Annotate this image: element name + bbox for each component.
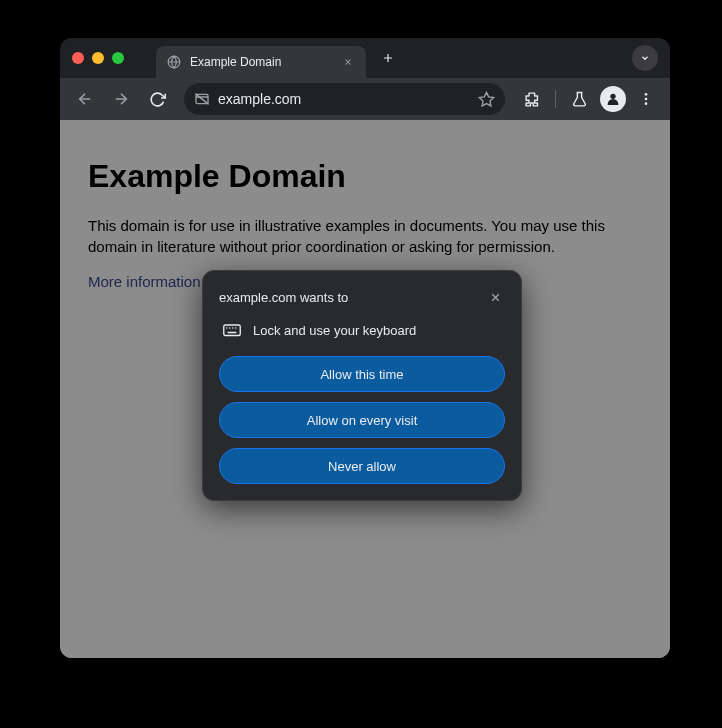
svg-line-10 <box>195 94 208 105</box>
bookmark-star-icon[interactable] <box>478 91 495 108</box>
profile-button[interactable] <box>600 86 626 112</box>
svg-point-15 <box>645 98 648 101</box>
traffic-lights <box>72 52 124 64</box>
window-minimize-button[interactable] <box>92 52 104 64</box>
svg-point-13 <box>610 94 615 99</box>
address-bar[interactable]: example.com <box>184 83 505 115</box>
permission-item: Lock and use your keyboard <box>219 323 505 338</box>
new-tab-button[interactable] <box>374 44 402 72</box>
site-info-icon[interactable] <box>194 91 210 107</box>
labs-button[interactable] <box>564 84 594 114</box>
svg-marker-11 <box>479 92 493 105</box>
allow-once-button[interactable]: Allow this time <box>219 356 505 392</box>
url-text: example.com <box>218 91 470 107</box>
allow-always-button[interactable]: Allow on every visit <box>219 402 505 438</box>
svg-point-16 <box>645 102 648 105</box>
window-maximize-button[interactable] <box>112 52 124 64</box>
toolbar-divider <box>555 90 556 108</box>
extensions-button[interactable] <box>517 84 547 114</box>
svg-rect-19 <box>224 325 241 336</box>
svg-point-14 <box>645 93 648 96</box>
tab-close-button[interactable] <box>340 54 356 70</box>
window-dropdown-button[interactable] <box>632 45 658 71</box>
keyboard-icon <box>223 324 241 338</box>
menu-button[interactable] <box>632 85 660 113</box>
titlebar: Example Domain <box>60 38 670 78</box>
permission-dialog: example.com wants to Lock and use your k… <box>202 270 522 501</box>
dialog-close-button[interactable] <box>485 287 505 307</box>
tab-title: Example Domain <box>190 55 332 69</box>
dialog-title: example.com wants to <box>219 290 348 305</box>
window-close-button[interactable] <box>72 52 84 64</box>
permission-text: Lock and use your keyboard <box>253 323 416 338</box>
browser-tab[interactable]: Example Domain <box>156 46 366 78</box>
dialog-buttons: Allow this time Allow on every visit Nev… <box>219 356 505 484</box>
dialog-header: example.com wants to <box>219 287 505 307</box>
toolbar: example.com <box>60 78 670 120</box>
forward-button[interactable] <box>106 84 136 114</box>
never-allow-button[interactable]: Never allow <box>219 448 505 484</box>
reload-button[interactable] <box>142 84 172 114</box>
back-button[interactable] <box>70 84 100 114</box>
globe-icon <box>166 54 182 70</box>
